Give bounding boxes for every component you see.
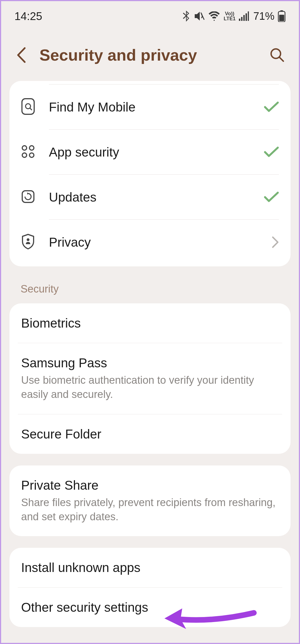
item-label: Find My Mobile — [49, 100, 264, 115]
check-icon — [264, 192, 279, 203]
svg-point-20 — [27, 238, 29, 241]
samsung-pass-item[interactable]: Samsung Pass Use biometric authenticatio… — [9, 343, 291, 414]
svg-rect-2 — [239, 19, 240, 21]
volte-icon: Vo))LTE1 — [224, 11, 236, 21]
svg-rect-9 — [279, 15, 284, 21]
item-label: Privacy — [49, 235, 272, 250]
status-icons: Vo))LTE1 71% — [182, 10, 286, 22]
section-header-security: Security — [1, 278, 299, 303]
check-icon — [264, 101, 279, 113]
chevron-right-icon — [272, 236, 279, 248]
other-card: Install unknown apps Other security sett… — [9, 548, 291, 627]
item-title: Biometrics — [21, 316, 279, 331]
svg-rect-4 — [243, 15, 245, 21]
svg-point-17 — [22, 153, 27, 157]
status-time: 14:25 — [14, 10, 42, 23]
check-icon — [264, 147, 279, 158]
biometrics-item[interactable]: Biometrics — [9, 303, 291, 343]
private-share-item[interactable]: Private Share Share files privately, pre… — [9, 465, 291, 536]
item-title: Other security settings — [21, 600, 279, 615]
item-label: Updates — [49, 190, 264, 205]
item-title: Samsung Pass — [21, 355, 279, 370]
privacy-item[interactable]: Privacy — [9, 220, 291, 265]
item-label: App security — [49, 145, 264, 160]
svg-rect-6 — [248, 11, 249, 21]
page-header: Security and privacy — [1, 29, 299, 81]
svg-line-11 — [279, 57, 283, 61]
dashboard-card: Find My Mobile App security — [9, 81, 291, 266]
svg-rect-12 — [22, 99, 34, 114]
svg-line-14 — [30, 108, 32, 110]
apps-icon — [21, 145, 35, 160]
svg-rect-5 — [246, 13, 247, 21]
item-subtitle: Share files privately, prevent recipient… — [21, 496, 279, 524]
battery-icon — [278, 10, 286, 22]
privacy-shield-icon — [21, 234, 35, 251]
security-card: Biometrics Samsung Pass Use biometric au… — [9, 303, 291, 454]
private-share-card: Private Share Share files privately, pre… — [9, 465, 291, 536]
item-title: Install unknown apps — [21, 560, 279, 575]
find-my-mobile-item[interactable]: Find My Mobile — [9, 85, 291, 130]
other-security-settings-item[interactable]: Other security settings — [9, 588, 291, 627]
mute-icon — [194, 11, 205, 21]
updates-icon — [21, 190, 35, 205]
svg-rect-19 — [22, 191, 34, 202]
install-unknown-apps-item[interactable]: Install unknown apps — [9, 548, 291, 587]
battery-percent: 71% — [253, 10, 274, 22]
search-button[interactable] — [269, 47, 286, 63]
bluetooth-icon — [182, 11, 190, 22]
item-title: Private Share — [21, 478, 279, 493]
secure-folder-item[interactable]: Secure Folder — [9, 414, 291, 454]
app-security-item[interactable]: App security — [9, 130, 291, 175]
wifi-icon — [208, 11, 220, 21]
svg-point-16 — [29, 146, 34, 150]
back-button[interactable] — [14, 48, 28, 62]
item-title: Secure Folder — [21, 427, 279, 442]
svg-point-18 — [29, 153, 34, 157]
svg-point-15 — [22, 146, 27, 150]
updates-item[interactable]: Updates — [9, 175, 291, 220]
page-title: Security and privacy — [39, 46, 258, 64]
status-bar: 14:25 Vo))LTE1 71% — [1, 1, 299, 29]
signal-icon — [239, 11, 249, 21]
item-subtitle: Use biometric authentication to verify y… — [21, 373, 279, 402]
svg-rect-3 — [241, 17, 242, 21]
find-my-mobile-icon — [21, 98, 35, 116]
